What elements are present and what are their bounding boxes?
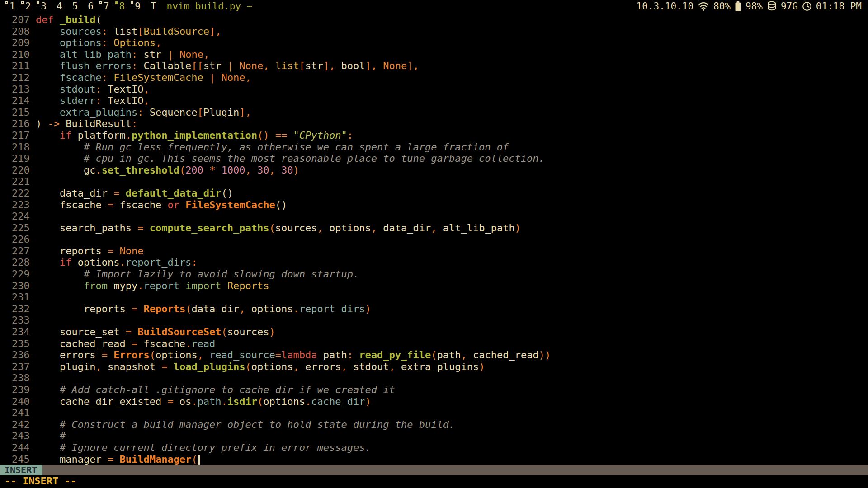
code-line[interactable]: 223 fscache = fscache or FileSystemCache…	[0, 199, 868, 211]
battery-icon	[735, 1, 741, 12]
tmux-window-3[interactable]: 3	[37, 0, 47, 13]
line-number: 231	[12, 291, 30, 303]
tmux-window-T[interactable]: T	[146, 0, 156, 13]
code-line[interactable]: 220 gc.set_threshold(200 * 1000, 30, 30)	[0, 164, 868, 176]
code-line[interactable]: 212 fscache: FileSystemCache | None,	[0, 72, 868, 84]
code-line[interactable]: 242 # Construct a build manager object t…	[0, 419, 868, 431]
code-line[interactable]: 244 # Ignore current directory prefix in…	[0, 442, 868, 454]
code-line[interactable]: 215 extra_plugins: Sequence[Plugin],	[0, 107, 868, 118]
tmux-window-5[interactable]: 5	[68, 0, 78, 13]
code-line[interactable]: 221	[0, 176, 868, 188]
code-line[interactable]: 235 cached_read = fscache.read	[0, 338, 868, 350]
code-text: if options.report_dirs:	[36, 257, 198, 268]
insert-mode-message: -- INSERT --	[0, 475, 868, 488]
code-line[interactable]: 213 stdout: TextIO,	[0, 84, 868, 95]
wifi-percent: 80%	[713, 0, 731, 13]
code-line[interactable]: 219 # cpu in gc. This seems the most rea…	[0, 153, 868, 164]
code-line[interactable]: 241	[0, 407, 868, 419]
line-number: 215	[12, 107, 30, 118]
clock-icon	[802, 1, 812, 11]
window-label: 3	[41, 0, 47, 13]
terminal: 123456789T nvim build.py ~ 10.3.10.10 80…	[0, 0, 868, 488]
code-line[interactable]: 224	[0, 211, 868, 222]
window-list: 123456789T	[5, 0, 162, 13]
code-line[interactable]: 207def _build(	[0, 14, 868, 26]
line-number: 210	[12, 49, 30, 61]
code-line[interactable]: 240 cache_dir_existed = os.path.isdir(op…	[0, 396, 868, 408]
line-number: 234	[12, 326, 30, 338]
tmux-window-6[interactable]: 6	[84, 0, 94, 13]
code-line[interactable]: 236 errors = Errors(options, read_source…	[0, 349, 868, 361]
code-line[interactable]: 225 search_paths = compute_search_paths(…	[0, 222, 868, 234]
code-area[interactable]: 207def _build(208 sources: list[BuildSou…	[0, 13, 868, 465]
code-text: reports = None	[36, 245, 143, 257]
window-marker-icon	[21, 1, 24, 4]
code-text: def _build(	[36, 14, 102, 25]
code-line[interactable]: 243 #	[0, 430, 868, 442]
window-marker-icon	[131, 1, 133, 4]
code-text: from mypy.report import Reports	[36, 280, 269, 291]
code-text: sources: list[BuildSource],	[36, 26, 222, 37]
code-line[interactable]: 239 # Add catch-all .gitignore to cache …	[0, 384, 868, 396]
code-text: stdout: TextIO,	[36, 84, 150, 95]
code-line[interactable]: 234 source_set = BuildSourceSet(sources)	[0, 326, 868, 338]
code-line[interactable]: 210 alt_lib_path: str | None,	[0, 49, 868, 61]
code-line[interactable]: 245 manager = BuildManager(	[0, 454, 868, 465]
code-text: reports = Reports(data_dir, options.repo…	[36, 303, 371, 314]
statusline-fill	[42, 465, 868, 475]
tmux-window-9[interactable]: 9	[131, 0, 141, 13]
code-line[interactable]: 217 if platform.python_implementation() …	[0, 130, 868, 141]
clock-time: 01:18 PM	[816, 0, 862, 13]
code-line[interactable]: 218 # Run gc less frequently, as otherwi…	[0, 141, 868, 153]
line-number: 241	[12, 407, 30, 419]
code-line[interactable]: 237 plugin, snapshot = load_plugins(opti…	[0, 361, 868, 373]
tmux-window-8[interactable]: 8	[115, 0, 125, 13]
tmux-status-bar: 123456789T nvim build.py ~ 10.3.10.10 80…	[0, 0, 868, 13]
code-line[interactable]: 233	[0, 314, 868, 326]
window-label: 7	[104, 0, 109, 13]
code-line[interactable]: 232 reports = Reports(data_dir, options.…	[0, 303, 868, 315]
code-line[interactable]: 230 from mypy.report import Reports	[0, 280, 868, 292]
code-line[interactable]: 214 stderr: TextIO,	[0, 95, 868, 107]
code-line[interactable]: 216) -> BuildResult:	[0, 118, 868, 130]
line-number: 232	[12, 303, 30, 315]
code-line[interactable]: 208 sources: list[BuildSource],	[0, 26, 868, 38]
line-number: 224	[12, 211, 30, 222]
line-number: 244	[12, 442, 30, 454]
line-number: 238	[12, 372, 30, 384]
line-number: 211	[12, 60, 30, 72]
line-number: 235	[12, 338, 30, 350]
code-text: #	[36, 430, 66, 441]
window-marker-icon	[99, 1, 102, 4]
code-text: fscache = fscache or FileSystemCache()	[36, 199, 287, 211]
line-number: 236	[12, 349, 30, 361]
code-line[interactable]: 238	[0, 372, 868, 384]
tmux-window-1[interactable]: 1	[5, 0, 15, 13]
code-text: errors = Errors(options, read_source=lam…	[36, 349, 551, 361]
window-label: 4	[57, 0, 62, 13]
line-number: 227	[12, 245, 30, 257]
tmux-window-7[interactable]: 7	[99, 0, 109, 13]
code-line[interactable]: 231	[0, 291, 868, 303]
system-status: 10.3.10.10 80% 98% 97G	[637, 0, 868, 13]
line-number: 230	[12, 280, 30, 292]
text-cursor	[198, 455, 200, 465]
line-number: 239	[12, 384, 30, 396]
tmux-window-4[interactable]: 4	[52, 0, 62, 13]
line-number: 240	[12, 396, 30, 408]
tmux-window-2[interactable]: 2	[21, 0, 31, 13]
code-line[interactable]: 228 if options.report_dirs:	[0, 257, 868, 268]
code-line[interactable]: 229 # Import lazily to avoid slowing dow…	[0, 268, 868, 280]
code-text: flush_errors: Callable[[str | None, list…	[36, 60, 419, 71]
line-number: 221	[12, 176, 30, 188]
code-line[interactable]: 209 options: Options,	[0, 37, 868, 49]
line-number: 223	[12, 199, 30, 211]
code-line[interactable]: 222 data_dir = default_data_dir()	[0, 188, 868, 199]
window-marker-icon	[37, 1, 39, 4]
disk-free: 97G	[781, 0, 798, 13]
code-line[interactable]: 211 flush_errors: Callable[[str | None, …	[0, 60, 868, 72]
line-number: 209	[12, 37, 30, 49]
code-line[interactable]: 226	[0, 234, 868, 245]
code-line[interactable]: 227 reports = None	[0, 245, 868, 257]
line-number: 229	[12, 268, 30, 280]
